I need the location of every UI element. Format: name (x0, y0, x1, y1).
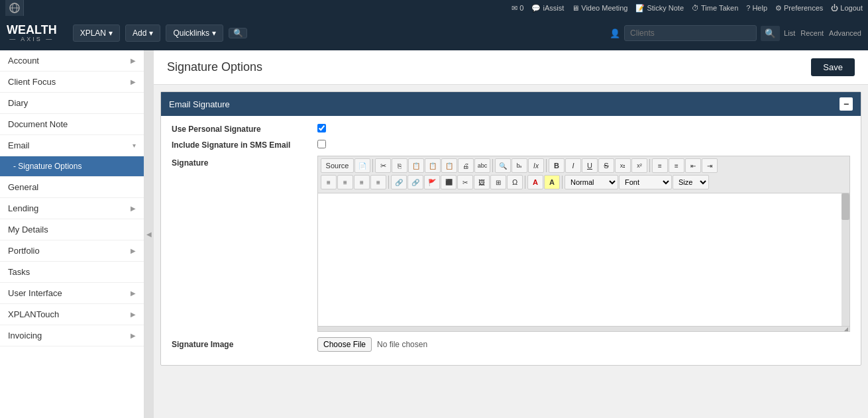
sidebar-item-document-note[interactable]: Document Note (0, 114, 144, 135)
superscript-button[interactable]: x² (631, 158, 647, 173)
toolbar-sep-4 (649, 159, 650, 172)
recent-link[interactable]: Recent (800, 29, 824, 37)
save-button[interactable]: Save (811, 58, 855, 76)
copy-button[interactable]: ⎘ (392, 158, 407, 173)
font-select[interactable]: Font Arial Times New Roman (619, 175, 672, 189)
mail-nav[interactable]: ✉ 0 (512, 4, 523, 13)
underline-button[interactable]: U (582, 158, 598, 173)
sidebar-resize-handle[interactable]: ◀ (144, 50, 154, 418)
choose-file-button[interactable]: Choose File (317, 337, 372, 352)
signature-image-row: Signature Image Choose File No file chos… (172, 337, 850, 352)
bg-color-button[interactable]: A (544, 175, 560, 189)
sidebar: Account ▶ Client Focus ▶ Diary Document … (0, 50, 144, 418)
font-color-button[interactable]: A (527, 175, 543, 189)
video-meeting-nav[interactable]: 🖥 Video Meeting (572, 4, 627, 12)
remove-format-button[interactable]: Ix (528, 158, 544, 173)
strikethrough-button[interactable]: S (598, 158, 614, 173)
help-nav[interactable]: ? Help (746, 4, 767, 12)
editor-scrollbar-thumb (841, 193, 849, 220)
sidebar-item-account[interactable]: Account ▶ (0, 50, 144, 72)
panel-collapse-button[interactable]: − (840, 97, 853, 111)
signature-image-label: Signature Image (172, 340, 317, 349)
sidebar-item-user-interface[interactable]: User Interface ▶ (0, 283, 144, 304)
logo: WEALTH — AXIS — (7, 24, 57, 42)
add-button[interactable]: Add ▾ (125, 25, 160, 42)
editor-scrollbar[interactable] (841, 193, 849, 326)
sticky-note-nav[interactable]: 📝 Sticky Note (635, 4, 684, 13)
toolbar-row-1: Source 📄 ✂ ⎘ 📋 📋 📋 🖨 (321, 158, 847, 173)
sidebar-item-tasks[interactable]: Tasks (0, 262, 144, 283)
time-taken-nav[interactable]: ⏱ Time Taken (692, 4, 738, 12)
paste-text-button[interactable]: 📋 (425, 158, 441, 173)
image-button[interactable]: ⬛ (441, 175, 457, 189)
ordered-list-button[interactable]: ≡ (652, 158, 668, 173)
decrease-indent-button[interactable]: ⇤ (685, 158, 701, 173)
search-toggle-button[interactable]: 🔍 (229, 28, 247, 38)
anchor-button[interactable]: 🚩 (424, 175, 440, 189)
sidebar-item-general[interactable]: General (0, 177, 144, 198)
sidebar-item-portfolio[interactable]: Portfolio ▶ (0, 240, 144, 262)
panel-body: Use Personal Signature Include Signature… (161, 116, 861, 365)
cut-table-button[interactable]: ✂ (457, 175, 473, 189)
unlink-button[interactable]: 🔗 (407, 175, 423, 189)
format-select[interactable]: Normal Heading 1 Heading 2 (565, 175, 618, 189)
use-personal-signature-row: Use Personal Signature (172, 124, 850, 134)
sidebar-item-client-focus[interactable]: Client Focus ▶ (0, 72, 144, 93)
justify-button[interactable]: ≡ (370, 175, 386, 189)
iassist-nav[interactable]: 💬 iAssist (531, 4, 564, 13)
bold-button[interactable]: B (549, 158, 565, 173)
list-link[interactable]: List (784, 29, 795, 37)
editor-container: Source 📄 ✂ ⎘ 📋 📋 📋 🖨 (317, 156, 850, 332)
include-sms-label: Include Signature in SMS Email (172, 140, 317, 150)
insert-image-button[interactable]: 🖼 (474, 175, 490, 189)
advanced-link[interactable]: Advanced (829, 29, 861, 37)
sidebar-item-xplantouch[interactable]: XPLANTouch ▶ (0, 304, 144, 325)
preferences-nav[interactable]: ⚙ Preferences (775, 4, 823, 13)
increase-indent-button[interactable]: ⇥ (702, 158, 718, 173)
special-char-button[interactable]: Ω (507, 175, 523, 189)
content-area: Email Signature − Use Personal Signature… (154, 85, 868, 372)
paste-button[interactable]: 📋 (408, 158, 424, 173)
spellcheck-button[interactable]: abc (474, 158, 490, 173)
unordered-list-button[interactable]: ≡ (669, 158, 684, 173)
align-left-button[interactable]: ≡ (321, 175, 337, 189)
align-center-button[interactable]: ≡ (337, 175, 353, 189)
page-header: Signature Options Save (154, 50, 868, 85)
top-bar: ✉ 0 💬 iAssist 🖥 Video Meeting 📝 Sticky N… (0, 0, 868, 16)
portfolio-chevron-icon: ▶ (131, 247, 136, 254)
source-button[interactable]: Source (321, 158, 354, 173)
toolbar-sep-3 (546, 159, 547, 172)
search-submit-button[interactable]: 🔍 (761, 26, 780, 41)
rich-editor: Source 📄 ✂ ⎘ 📋 📋 📋 🖨 (317, 156, 850, 332)
sidebar-item-lending[interactable]: Lending ▶ (0, 198, 144, 219)
editor-body[interactable] (318, 193, 841, 326)
use-personal-signature-checkbox[interactable] (317, 124, 326, 132)
quicklinks-button[interactable]: Quicklinks ▾ (166, 25, 223, 42)
paste-word-button[interactable]: 📋 (441, 158, 457, 173)
sidebar-item-email[interactable]: Email ▾ (0, 135, 144, 156)
xplantouch-chevron-icon: ▶ (131, 311, 136, 318)
resize-icon: ◢ (844, 326, 848, 332)
print-button[interactable]: 🖨 (458, 158, 474, 173)
new-page-button[interactable]: 📄 (354, 158, 370, 173)
italic-button[interactable]: I (565, 158, 581, 173)
insert-table-button[interactable]: ⊞ (490, 175, 506, 189)
sidebar-item-invoicing[interactable]: Invoicing ▶ (0, 325, 144, 346)
align-right-button[interactable]: ≡ (354, 175, 370, 189)
find-button[interactable]: 🔍 (495, 158, 511, 173)
include-sms-checkbox[interactable] (317, 140, 326, 148)
subscript-button[interactable]: x₂ (615, 158, 631, 173)
globe-icon (5, 0, 24, 16)
logout-nav[interactable]: ⏻ Logout (831, 4, 863, 12)
sidebar-item-signature-options[interactable]: - Signature Options (0, 156, 144, 177)
editor-resizer[interactable]: ◢ (318, 326, 849, 331)
size-select[interactable]: Size 8 10 12 (673, 175, 709, 189)
search-input[interactable] (624, 25, 757, 41)
email-signature-panel: Email Signature − Use Personal Signature… (160, 91, 861, 366)
replace-button[interactable]: bₐ (512, 158, 527, 173)
sidebar-item-diary[interactable]: Diary (0, 93, 144, 114)
cut-button[interactable]: ✂ (375, 158, 391, 173)
sidebar-item-my-details[interactable]: My Details (0, 219, 144, 240)
link-button[interactable]: 🔗 (391, 175, 407, 189)
xplan-button[interactable]: XPLAN ▾ (73, 25, 120, 42)
